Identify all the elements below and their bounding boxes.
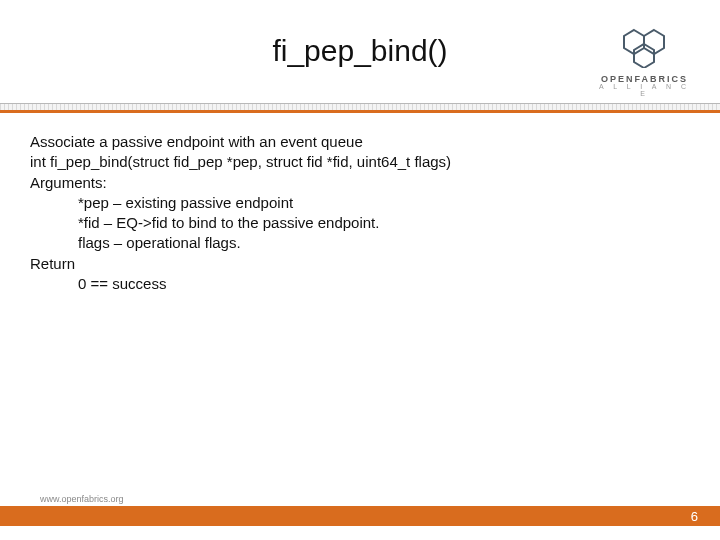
argument-item: *fid – EQ->fid to bind to the passive en… xyxy=(30,213,690,233)
footer-url: www.openfabrics.org xyxy=(40,494,124,504)
function-signature: int fi_pep_bind(struct fid_pep *pep, str… xyxy=(30,152,690,172)
page-number: 6 xyxy=(691,509,698,524)
return-heading: Return xyxy=(30,254,690,274)
header-divider xyxy=(0,103,720,113)
description-text: Associate a passive endpoint with an eve… xyxy=(30,132,690,152)
return-value: 0 == success xyxy=(30,274,690,294)
argument-item: flags – operational flags. xyxy=(30,233,690,253)
hexagon-logo-icon xyxy=(616,28,674,68)
brand-subtitle: A L L I A N C E xyxy=(597,83,692,97)
brand-logo: OPENFABRICS A L L I A N C E xyxy=(597,28,692,97)
arguments-heading: Arguments: xyxy=(30,173,690,193)
argument-item: *pep – existing passive endpoint xyxy=(30,193,690,213)
slide: fi_pep_bind() OPENFABRICS A L L I A N C … xyxy=(0,0,720,540)
footer-bar xyxy=(0,506,720,526)
slide-body: Associate a passive endpoint with an eve… xyxy=(30,132,690,294)
